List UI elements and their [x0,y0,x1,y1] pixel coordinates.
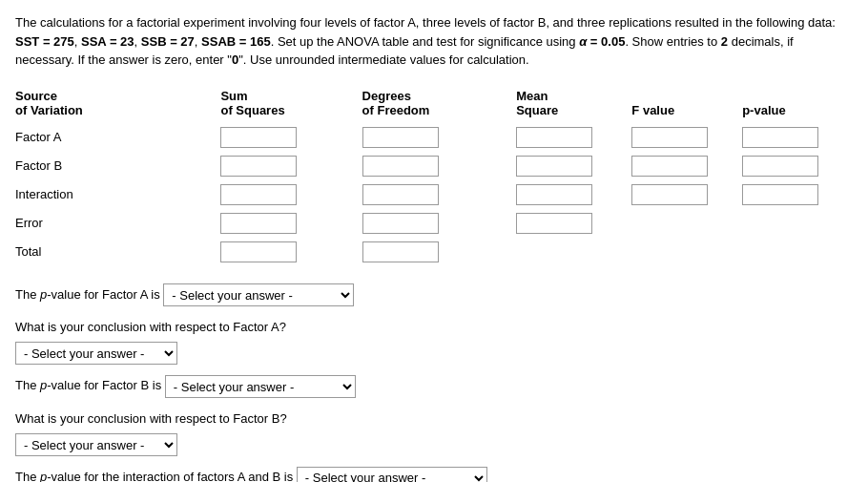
table-row: Interaction [15,180,853,209]
header-mean: Mean Square [516,87,631,123]
question-2-block: What is your conclusion with respect to … [15,316,853,365]
source-factor-a: Factor A [15,123,220,152]
header-source: Source of Variation [15,87,220,123]
total-sum[interactable] [220,241,297,262]
question-4-block: What is your conclusion with respect to … [15,408,853,456]
factor-b-pvalue-select[interactable]: - Select your answer - less than 0.01 be… [165,375,356,398]
header-degrees: Degrees of Freedom [362,87,517,123]
factor-a-fval[interactable] [631,127,708,148]
question-3-block: The p-value for Factor B is - Select you… [15,374,853,398]
interaction-ms[interactable] [516,184,592,205]
factor-a-dof[interactable] [362,127,439,148]
question-1-block: The p-value for Factor A is - Select you… [15,283,853,307]
table-row: Total [15,238,853,266]
interaction-pval[interactable] [742,184,818,205]
header-fvalue: F value [631,87,742,123]
interaction-pvalue-select[interactable]: - Select your answer - less than 0.01 be… [297,467,487,482]
factor-a-pvalue-select[interactable]: - Select your answer - less than 0.01 be… [163,283,354,306]
factor-b-fval[interactable] [631,156,708,177]
factor-b-pval[interactable] [742,156,818,177]
table-row: Factor B [15,152,853,180]
factor-b-ms[interactable] [516,156,592,177]
factor-a-conclusion-select[interactable]: - Select your answer - Factor A is signi… [15,342,177,365]
source-total: Total [15,238,220,266]
factor-a-sum[interactable] [220,127,297,148]
factor-a-ms[interactable] [516,127,592,148]
source-error: Error [15,209,220,238]
question-3-text: The p-value for Factor B is - Select you… [15,374,853,398]
table-row: Factor A [15,123,853,152]
source-interaction: Interaction [15,180,220,209]
factor-a-pval[interactable] [742,127,818,148]
factor-b-sum[interactable] [220,156,297,177]
interaction-fval[interactable] [631,184,708,205]
error-dof[interactable] [362,213,439,234]
factor-b-dof[interactable] [362,156,439,177]
question-5-block: The p-value for the interaction of facto… [15,466,853,482]
question-1-text: The p-value for Factor A is - Select you… [15,283,853,307]
header-pvalue: p-value [742,87,853,123]
intro-paragraph: The calculations for a factorial experim… [15,13,853,70]
question-4-text: What is your conclusion with respect to … [15,408,853,430]
header-sum: Sum of Squares [220,87,362,123]
question-2-text: What is your conclusion with respect to … [15,316,853,338]
interaction-dof[interactable] [362,184,439,205]
error-ms[interactable] [516,213,592,234]
table-row: Error [15,209,853,238]
anova-table: Source of Variation Sum of Squares Degre… [15,87,853,266]
question-5-text: The p-value for the interaction of facto… [15,466,853,482]
factor-b-conclusion-select[interactable]: - Select your answer - Factor B is signi… [15,433,177,456]
interaction-sum[interactable] [220,184,297,205]
source-factor-b: Factor B [15,152,220,180]
total-dof[interactable] [362,241,439,262]
error-sum[interactable] [220,213,297,234]
